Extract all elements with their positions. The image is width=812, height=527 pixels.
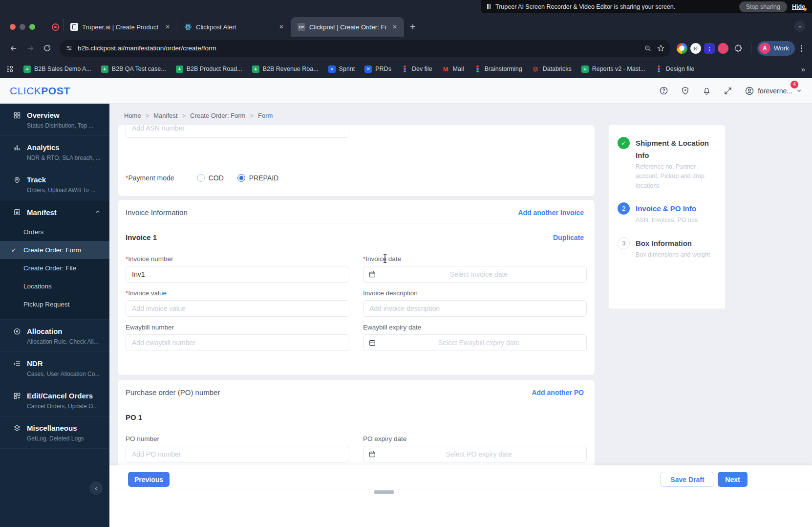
radio-unselected-icon[interactable] (197, 174, 205, 182)
toolbar-divider (751, 43, 751, 54)
sidebar: Overview Status Distribution, Top ... An… (0, 104, 109, 527)
bookmark-item[interactable]: +Reports v2 - Mast... (581, 66, 645, 73)
databricks-icon (532, 66, 539, 73)
tab-clickpost-create-order[interactable]: CP Clickpost | Create Order: Form ✕ (291, 17, 404, 37)
previous-button[interactable]: Previous (128, 472, 170, 487)
sidebar-item-allocation[interactable]: Allocation Allocation Rule, Check All... (0, 320, 109, 352)
apps-grid-icon[interactable] (7, 66, 13, 72)
new-tab-button[interactable]: + (404, 22, 422, 37)
expand-icon[interactable] (724, 87, 732, 95)
sheets-icon: + (101, 66, 108, 73)
shield-icon[interactable] (681, 86, 690, 95)
back-button[interactable] (7, 42, 21, 55)
maximize-window-button[interactable] (29, 24, 35, 30)
sidebar-collapse-button[interactable]: ‹ (89, 482, 103, 495)
tab-trupeer[interactable]: Trupeer.ai | Create Product Vi ✕ (64, 17, 177, 37)
browser-profile-chip[interactable]: A Work (757, 41, 795, 56)
step-number: 2 (618, 202, 630, 215)
tab-search-caret[interactable] (794, 21, 805, 32)
stop-sharing-button[interactable]: Stop sharing (739, 1, 787, 12)
sidebar-item-track[interactable]: Track Orders, Upload AWB To ... (0, 168, 109, 200)
bookmark-star-icon[interactable] (657, 44, 665, 52)
sidebar-item-create-order-file[interactable]: Create Order: File (0, 259, 109, 277)
sidebar-item-miscellaneous[interactable]: Miscellaneous GetLog, Deleted Logs (0, 417, 109, 449)
invoice-number-input[interactable] (126, 266, 349, 283)
round-extension-icon[interactable]: (-) (690, 43, 701, 54)
add-another-po-link[interactable]: Add another PO (532, 389, 584, 396)
blue-extension-icon[interactable]: ; (704, 43, 715, 54)
po-number-input[interactable] (126, 446, 349, 462)
map-pin-icon (13, 176, 21, 184)
bookmark-item[interactable]: +B2B QA Test case... (101, 66, 166, 73)
react-favicon (184, 23, 192, 31)
bookmark-item[interactable]: +B2B Revenue Roa... (252, 66, 319, 73)
clickpost-logo[interactable]: CLICKPOST (10, 85, 70, 97)
bookmark-item[interactable]: +B2B Sales Demo A... (23, 66, 91, 73)
sidebar-item-analytics[interactable]: Analytics NDR & RTO, SLA breach, ... (0, 136, 109, 168)
step-subtitle: Reference no, Partner account, Pickup an… (636, 162, 718, 191)
bookmark-item[interactable]: MMail (442, 66, 464, 73)
invoice-description-input[interactable] (363, 300, 587, 317)
payment-option-prepaid[interactable]: PREPAID (237, 174, 278, 182)
sidebar-item-edit-cancel-orders[interactable]: Edit/Cancel Orders Cancel Orders, Update… (0, 384, 109, 417)
recording-indicator[interactable] (40, 23, 63, 37)
radio-selected-icon[interactable] (237, 174, 245, 182)
close-tab-icon[interactable]: ✕ (163, 22, 172, 31)
step-invoice-po[interactable]: 2 Invoice & PO Info ASN, Invoices, PO no… (618, 202, 718, 225)
step-shipment-location[interactable]: ✓ Shipment & Location Info Reference no,… (618, 137, 718, 191)
bookmark-item[interactable]: +B2B Product Road... (176, 66, 242, 73)
sidebar-item-manifest[interactable]: Manifest (0, 200, 109, 223)
pink-extension-icon[interactable] (718, 43, 728, 54)
step-box-information[interactable]: 3 Box Information Box dimensions and wei… (618, 237, 718, 260)
pause-icon[interactable] (487, 4, 491, 9)
forward-button[interactable] (23, 42, 37, 55)
bookmark-item[interactable]: Brainstorming (474, 66, 522, 73)
bookmark-item[interactable]: Databricks (532, 66, 572, 73)
breadcrumb-manifest[interactable]: Manifest (153, 112, 177, 119)
calendar-icon (368, 450, 376, 458)
close-tab-icon[interactable]: ✕ (277, 22, 286, 31)
google-extension-icon[interactable] (677, 43, 687, 54)
sidebar-item-locations[interactable]: Locations (0, 277, 109, 295)
close-tab-icon[interactable]: ✕ (390, 22, 399, 31)
close-window-button[interactable] (10, 24, 16, 30)
url-text[interactable]: b2b.clickpost.ai/manifestation/order/cre… (78, 44, 639, 52)
invoice-date-picker[interactable]: Select Invoice date (363, 266, 587, 283)
help-icon[interactable] (659, 86, 668, 95)
payment-option-cod[interactable]: COD (197, 174, 224, 182)
asn-number-input[interactable] (126, 125, 349, 138)
ewaybill-expiry-picker[interactable]: Select Ewaybill expiry date (363, 334, 587, 351)
ewaybill-number-input[interactable] (126, 334, 349, 351)
sidebar-item-ndr[interactable]: NDR Cases, User Allocation Co... (0, 352, 109, 384)
bookmarks-overflow-chevron[interactable]: » (801, 65, 805, 73)
bookmark-item[interactable]: Sprint (328, 66, 355, 73)
horizontal-scrollbar-handle[interactable] (374, 490, 394, 494)
bookmark-item[interactable]: ✕PRDs (364, 66, 391, 73)
bookmark-item[interactable]: Dev file (401, 66, 432, 73)
add-another-invoice-link[interactable]: Add another Invoice (518, 209, 584, 217)
tab-clickpost-alert[interactable]: Clickpost Alert ✕ (177, 17, 291, 37)
sidebar-item-pickup-request[interactable]: Pickup Request (0, 295, 109, 313)
extensions-puzzle-icon[interactable] (731, 42, 745, 55)
save-draft-button[interactable]: Save Draft (661, 472, 714, 487)
next-button[interactable]: Next (718, 472, 748, 487)
invoice-value-input[interactable] (126, 300, 349, 317)
breadcrumb-form[interactable]: Form (258, 112, 273, 119)
bell-icon[interactable] (702, 86, 711, 95)
user-menu[interactable]: foreverne... 4 (745, 86, 802, 96)
breadcrumb-create-order-form[interactable]: Create Order: Form (190, 112, 245, 119)
bookmark-item[interactable]: Design file (655, 66, 694, 73)
sidebar-item-create-order-form[interactable]: ✓ Create Order: Form (0, 241, 109, 259)
po-expiry-picker[interactable]: Select PO expiry date (363, 446, 587, 462)
hide-link[interactable]: Hide (792, 3, 805, 10)
duplicate-invoice-link[interactable]: Duplicate (553, 234, 584, 242)
zoom-page-icon[interactable] (644, 44, 652, 52)
browser-menu-button[interactable] (798, 45, 805, 52)
address-bar[interactable]: b2b.clickpost.ai/manifestation/order/cre… (60, 40, 671, 57)
reload-button[interactable] (40, 42, 54, 55)
minimize-window-button[interactable] (20, 24, 25, 30)
sidebar-item-overview[interactable]: Overview Status Distribution, Top ... (0, 104, 109, 136)
breadcrumb-home[interactable]: Home (124, 112, 141, 119)
sidebar-item-orders[interactable]: Orders (0, 223, 109, 241)
site-settings-icon[interactable] (65, 44, 73, 52)
